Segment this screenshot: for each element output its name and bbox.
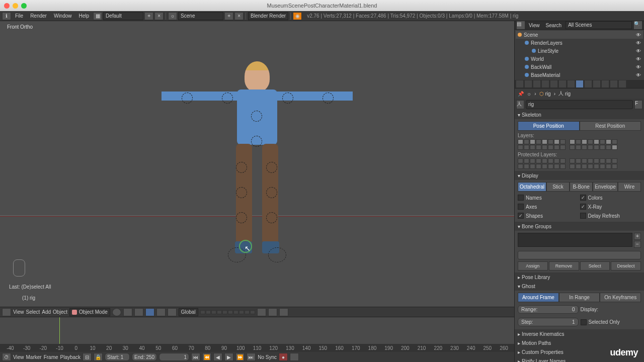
range-row[interactable]: Range:0: [518, 304, 579, 315]
eye-icon[interactable]: 👁: [636, 64, 641, 70]
add-screen-button[interactable]: +: [144, 12, 153, 20]
eye-icon[interactable]: 👁: [636, 32, 641, 38]
bone-groups-list[interactable]: [518, 233, 632, 247]
xray-checkbox[interactable]: [580, 204, 586, 210]
colors-check-row[interactable]: Colors: [580, 194, 641, 202]
constraints-tab-icon[interactable]: [558, 80, 567, 88]
search-icon[interactable]: 🔍: [634, 21, 642, 29]
play-reverse-icon[interactable]: ◀: [213, 353, 222, 361]
wire-button[interactable]: Wire: [618, 182, 641, 192]
timeline-view-menu[interactable]: View: [13, 354, 24, 360]
rest-position-button[interactable]: Rest Position: [580, 121, 641, 131]
bone-handle[interactable]: [251, 136, 262, 147]
display-header[interactable]: ▾Display: [515, 171, 644, 180]
fake-user-button[interactable]: F: [634, 100, 642, 109]
bone-handle[interactable]: [236, 162, 247, 173]
render-layers-tab-icon[interactable]: [524, 80, 532, 88]
outliner-view-menu[interactable]: View: [527, 23, 542, 28]
overlay-icon[interactable]: [279, 308, 288, 316]
shapes-checkbox[interactable]: [518, 213, 524, 219]
character-armature[interactable]: [162, 61, 353, 278]
protected-layers[interactable]: [518, 158, 641, 169]
bone-tab-icon[interactable]: [584, 80, 592, 88]
bone-handle[interactable]: [266, 212, 277, 223]
bone-handle[interactable]: [266, 187, 277, 198]
start-frame-field[interactable]: Start: 1: [105, 353, 130, 361]
outliner-search-menu[interactable]: Search: [544, 23, 564, 28]
outliner-item[interactable]: World👁: [516, 55, 643, 63]
manipulator-icon[interactable]: [134, 308, 143, 316]
zoom-window-button[interactable]: [21, 3, 27, 9]
eye-icon[interactable]: 👁: [636, 72, 641, 78]
axes-checkbox[interactable]: [518, 204, 524, 210]
bone-handle[interactable]: [266, 162, 277, 173]
scene-browse-icon[interactable]: ☼: [168, 12, 177, 20]
select-menu[interactable]: Select: [26, 309, 40, 315]
scene-dropdown[interactable]: Scene: [178, 12, 223, 20]
bone-handle[interactable]: [323, 93, 334, 104]
editor-type-icon[interactable]: [2, 308, 11, 316]
screen-layout-dropdown[interactable]: Default: [103, 12, 143, 20]
step-row[interactable]: Step:1: [518, 317, 579, 327]
eye-icon[interactable]: 👁: [636, 56, 641, 62]
current-frame-indicator[interactable]: [59, 317, 60, 344]
envelope-button[interactable]: Envelope: [593, 182, 618, 192]
menu-render[interactable]: Render: [27, 12, 50, 20]
ik-header[interactable]: ▸Inverse Kinematics: [515, 330, 644, 338]
snap-icon[interactable]: [257, 308, 266, 316]
particles-tab-icon[interactable]: [610, 80, 618, 88]
view-menu[interactable]: View: [13, 309, 24, 315]
stick-button[interactable]: Stick: [546, 182, 570, 192]
shading-solid-icon[interactable]: [112, 308, 121, 316]
bone-groups-header[interactable]: ▾Bone Groups: [515, 222, 644, 231]
keyframe-prev-icon[interactable]: ⏪: [202, 353, 211, 361]
object-tab-icon[interactable]: [550, 80, 558, 88]
skeleton-header[interactable]: ▾Skeleton: [515, 111, 644, 119]
timeline-ruler[interactable]: -40-30-20-100102030405060708090100110120…: [0, 344, 514, 352]
blender-icon[interactable]: ◉: [293, 12, 302, 20]
material-tab-icon[interactable]: [593, 80, 601, 88]
modifiers-tab-icon[interactable]: [567, 80, 575, 88]
bbone-button[interactable]: B-Bone: [570, 182, 593, 192]
deselect-button[interactable]: Deselect: [611, 261, 641, 270]
eye-icon[interactable]: 👁: [636, 48, 641, 54]
outliner-filter-dropdown[interactable]: All Scenes: [566, 21, 632, 29]
data-crumb[interactable]: 人rig: [558, 90, 571, 97]
ghost-header[interactable]: ▾Ghost: [515, 282, 644, 291]
on-keyframes-button[interactable]: On Keyframes: [600, 293, 641, 302]
outliner-item[interactable]: BaseMaterial👁: [516, 71, 643, 79]
render-border-icon[interactable]: [268, 308, 277, 316]
keyframe-next-icon[interactable]: ⏩: [235, 353, 245, 361]
render-tab-icon[interactable]: [516, 80, 524, 88]
timeline-frame-menu[interactable]: Frame: [44, 354, 58, 360]
select-button[interactable]: Select: [580, 261, 610, 270]
editor-type-icon[interactable]: ℹ: [2, 12, 11, 20]
remove-bone-group-button[interactable]: −: [634, 241, 641, 248]
bone-handle[interactable]: [222, 93, 233, 104]
selected-only-checkbox[interactable]: [581, 319, 587, 325]
outliner-tree[interactable]: Scene👁RenderLayers👁LineStyle👁World👁BackW…: [515, 30, 644, 80]
octahedral-button[interactable]: Octahedral: [518, 182, 546, 192]
pin-icon[interactable]: 📌: [518, 91, 524, 97]
translate-manipulator-icon[interactable]: [145, 308, 154, 316]
texture-tab-icon[interactable]: [601, 80, 609, 88]
sync-dropdown[interactable]: No Sync: [258, 354, 277, 360]
menu-help[interactable]: Help: [76, 12, 93, 20]
jump-end-icon[interactable]: ⏭: [247, 353, 256, 361]
eye-icon[interactable]: 👁: [636, 40, 641, 46]
in-range-button[interactable]: In Range: [559, 293, 600, 302]
editor-type-icon[interactable]: ▤: [517, 21, 525, 29]
mode-dropdown[interactable]: Object Mode: [69, 308, 110, 316]
bone-handle[interactable]: [236, 187, 247, 198]
armature-tab-icon[interactable]: [576, 80, 584, 88]
close-window-button[interactable]: [4, 3, 10, 9]
minimize-window-button[interactable]: [13, 3, 18, 9]
screen-browse-icon[interactable]: ▦: [93, 12, 102, 20]
outliner-item[interactable]: RenderLayers👁: [516, 39, 643, 47]
axes-check-row[interactable]: Axes: [518, 203, 579, 211]
add-scene-button[interactable]: +: [224, 12, 233, 20]
delete-screen-button[interactable]: ×: [154, 12, 164, 20]
pivot-icon[interactable]: [123, 308, 132, 316]
end-frame-field[interactable]: End: 250: [132, 353, 157, 361]
names-checkbox[interactable]: [518, 195, 524, 201]
